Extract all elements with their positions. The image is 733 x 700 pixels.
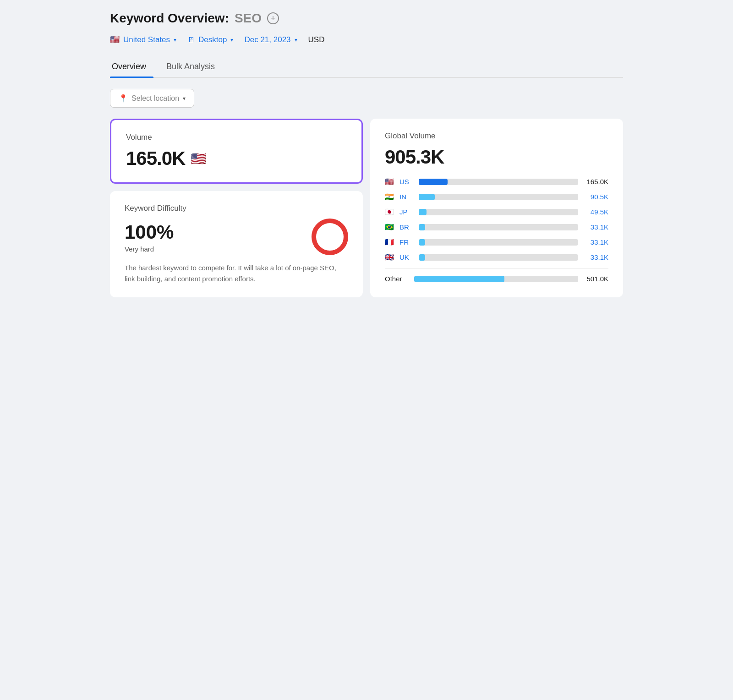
toolbar: 🇺🇸 United States ▾ 🖥 Desktop ▾ Dec 21, 2… (110, 35, 623, 44)
country-bar-fill (419, 179, 448, 185)
country-row: 🇺🇸 US 165.0K (385, 177, 608, 186)
location-label: United States (123, 35, 170, 44)
difficulty-label: Keyword Difficulty (125, 204, 348, 213)
tabs-bar: Overview Bulk Analysis (110, 57, 623, 78)
location-selector-chevron-icon: ▾ (183, 95, 186, 102)
country-code: FR (399, 238, 414, 246)
country-bar-fill (419, 254, 425, 261)
difficulty-card: Keyword Difficulty 100% Very hard The ha… (110, 191, 363, 297)
difficulty-value: 100% (125, 221, 301, 243)
country-bar-track (419, 239, 578, 246)
currency-label: USD (308, 35, 325, 44)
date-filter-button[interactable]: Dec 21, 2023 ▾ (244, 35, 297, 44)
country-value: 33.1K (583, 223, 608, 231)
cards-grid: Volume 165.0K 🇺🇸 Keyword Difficulty 100%… (110, 119, 623, 297)
pin-icon: 📍 (119, 94, 128, 103)
left-column: Volume 165.0K 🇺🇸 Keyword Difficulty 100%… (110, 119, 363, 297)
other-row: Other 501.0K (385, 275, 608, 283)
country-value: 90.5K (583, 193, 608, 201)
country-bar-track (419, 194, 578, 200)
country-row: 🇬🇧 UK 33.1K (385, 253, 608, 262)
location-flag: 🇺🇸 (110, 35, 120, 44)
country-bar-track (419, 254, 578, 261)
country-value: 49.5K (583, 208, 608, 216)
volume-flag: 🇺🇸 (191, 151, 207, 166)
global-volume-value: 905.3K (385, 146, 608, 168)
other-bar-track (414, 276, 578, 282)
global-volume-card: Global Volume 905.3K 🇺🇸 US 165.0K 🇮🇳 IN … (370, 119, 623, 297)
other-label: Other (385, 275, 410, 283)
country-bar-track (419, 209, 578, 215)
location-selector-container: 📍 Select location ▾ (110, 89, 623, 108)
date-label: Dec 21, 2023 (244, 35, 290, 44)
country-bar-fill (419, 239, 425, 246)
country-value: 33.1K (583, 253, 608, 261)
device-filter-button[interactable]: 🖥 Desktop ▾ (187, 35, 233, 44)
country-row: 🇧🇷 BR 33.1K (385, 223, 608, 231)
tab-overview[interactable]: Overview (110, 57, 153, 77)
country-code: UK (399, 253, 414, 261)
page-header: Keyword Overview: SEO + (110, 11, 623, 26)
device-label: Desktop (198, 35, 227, 44)
global-volume-label: Global Volume (385, 131, 608, 141)
country-flag: 🇧🇷 (385, 223, 395, 231)
country-bar-fill (419, 194, 435, 200)
country-code: BR (399, 223, 414, 231)
location-chevron-icon: ▾ (174, 37, 176, 43)
volume-value-row: 165.0K 🇺🇸 (126, 148, 347, 170)
country-flag: 🇬🇧 (385, 253, 395, 262)
country-code: JP (399, 208, 414, 216)
country-flag: 🇫🇷 (385, 238, 395, 246)
country-bar-track (419, 179, 578, 185)
difficulty-circle-icon (312, 219, 348, 255)
country-bar-track (419, 224, 578, 230)
select-location-label: Select location (131, 94, 179, 103)
country-bar-fill (419, 224, 425, 230)
volume-card: Volume 165.0K 🇺🇸 (110, 119, 363, 184)
country-code: IN (399, 193, 414, 201)
country-rows: 🇺🇸 US 165.0K 🇮🇳 IN 90.5K 🇯🇵 JP 49.5K 🇧🇷 … (385, 177, 608, 262)
country-row: 🇮🇳 IN 90.5K (385, 192, 608, 201)
country-flag: 🇮🇳 (385, 192, 395, 201)
country-code: US (399, 178, 414, 186)
country-flag: 🇺🇸 (385, 177, 395, 186)
device-icon: 🖥 (187, 36, 195, 44)
country-row: 🇫🇷 FR 33.1K (385, 238, 608, 246)
volume-value: 165.0K (126, 148, 185, 170)
page-title-keyword: SEO (235, 11, 262, 26)
page-title-prefix: Keyword Overview: (110, 11, 229, 26)
difficulty-description: The hardest keyword to compete for. It w… (125, 262, 348, 284)
device-chevron-icon: ▾ (230, 37, 233, 43)
volume-label: Volume (126, 133, 347, 142)
other-value: 501.0K (583, 275, 608, 283)
difficulty-left: 100% Very hard (125, 221, 301, 253)
other-bar-fill (414, 276, 504, 282)
divider (385, 268, 608, 268)
date-chevron-icon: ▾ (295, 37, 297, 43)
country-flag: 🇯🇵 (385, 208, 395, 216)
country-bar-fill (419, 209, 427, 215)
tab-bulk-analysis[interactable]: Bulk Analysis (164, 57, 222, 77)
difficulty-main: 100% Very hard (125, 219, 348, 255)
country-row: 🇯🇵 JP 49.5K (385, 208, 608, 216)
add-keyword-button[interactable]: + (267, 12, 279, 24)
select-location-button[interactable]: 📍 Select location ▾ (110, 89, 194, 108)
difficulty-sublabel: Very hard (125, 245, 301, 253)
location-filter-button[interactable]: 🇺🇸 United States ▾ (110, 35, 176, 44)
country-value: 33.1K (583, 238, 608, 246)
country-value: 165.0K (583, 178, 608, 186)
